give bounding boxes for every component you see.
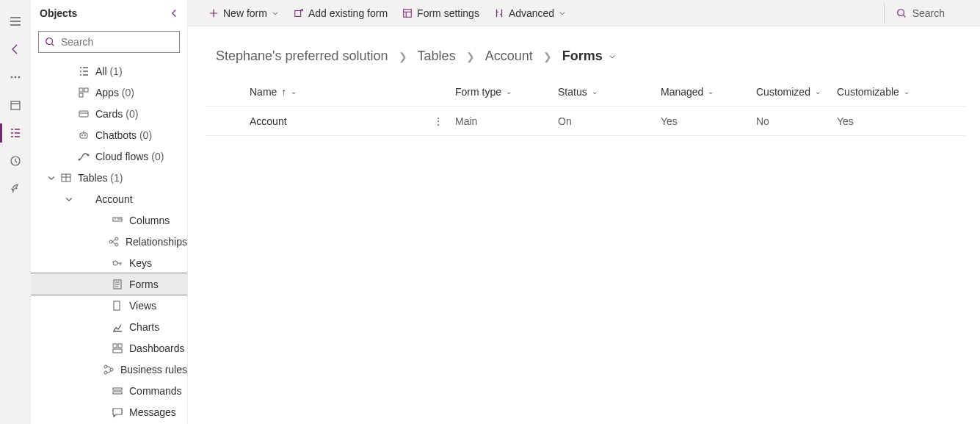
tree-item-label: Account bbox=[90, 193, 133, 205]
tree-item-label: Apps (0) bbox=[90, 87, 134, 98]
package-icon[interactable] bbox=[0, 91, 31, 119]
tree-item-label: Keys bbox=[123, 257, 152, 269]
svg-rect-3 bbox=[11, 101, 20, 109]
tree-item-chatbots[interactable]: Chatbots (0) bbox=[31, 124, 187, 145]
view-icon bbox=[112, 300, 123, 312]
tree-item-dashboards[interactable]: Dashboards bbox=[31, 337, 187, 359]
svg-point-1 bbox=[14, 76, 16, 79]
tree-item-all[interactable]: All (1) bbox=[31, 60, 187, 82]
publish-icon[interactable] bbox=[0, 175, 31, 203]
add-existing-form-button[interactable]: Add existing form bbox=[286, 0, 395, 26]
row-customized: No bbox=[756, 115, 837, 127]
svg-rect-29 bbox=[113, 388, 122, 390]
tree-item-forms[interactable]: Forms bbox=[31, 273, 187, 295]
tree-item-label: Tables (1) bbox=[72, 172, 123, 184]
breadcrumb-entity[interactable]: Account bbox=[485, 48, 533, 64]
col-managed[interactable]: Managed ⌄ bbox=[661, 86, 756, 98]
form-settings-icon bbox=[402, 8, 413, 18]
history-icon[interactable] bbox=[0, 147, 31, 175]
col-status[interactable]: Status ⌄ bbox=[558, 86, 661, 98]
tree-item-messages[interactable]: Messages bbox=[31, 401, 187, 423]
tree-item-cloud-flows[interactable]: Cloud flows (0) bbox=[31, 145, 187, 167]
row-name: Account bbox=[250, 115, 287, 127]
chevron-down-icon bbox=[609, 53, 616, 60]
tree-item-relationships[interactable]: Relationships bbox=[31, 231, 187, 252]
chevron-down-icon bbox=[559, 10, 566, 17]
forms-grid: Name ↑ ⌄ Form type ⌄ Status ⌄ Managed ⌄ bbox=[206, 77, 965, 136]
column-icon bbox=[112, 215, 123, 226]
form-settings-label: Form settings bbox=[417, 7, 479, 19]
chevron-down-icon: ⌄ bbox=[904, 87, 910, 96]
global-search[interactable]: Search bbox=[888, 7, 974, 19]
chart-icon bbox=[112, 321, 123, 333]
grid-header-row: Name ↑ ⌄ Form type ⌄ Status ⌄ Managed ⌄ bbox=[206, 77, 965, 107]
svg-point-27 bbox=[104, 371, 107, 374]
col-formtype[interactable]: Form type ⌄ bbox=[455, 86, 558, 98]
breadcrumb-current[interactable]: Forms bbox=[562, 48, 616, 64]
tree-item-commands[interactable]: Commands bbox=[31, 380, 187, 401]
tree-item-business-rules[interactable]: Business rules bbox=[31, 359, 187, 380]
svg-point-20 bbox=[113, 261, 117, 265]
tree-item-label: Business rules bbox=[115, 364, 187, 376]
svg-point-11 bbox=[81, 134, 83, 136]
tree-item-label: Views bbox=[123, 300, 156, 312]
col-customizable[interactable]: Customizable ⌄ bbox=[837, 86, 925, 98]
tree-item-label: Columns bbox=[123, 215, 170, 226]
svg-rect-9 bbox=[79, 111, 88, 117]
table-row[interactable]: Account⋮MainOnYesNoYes bbox=[206, 107, 965, 136]
tree-item-account[interactable]: Account bbox=[31, 188, 187, 209]
tree-item-keys[interactable]: Keys bbox=[31, 252, 187, 273]
svg-point-17 bbox=[109, 240, 112, 243]
svg-rect-31 bbox=[295, 10, 301, 16]
form-settings-button[interactable]: Form settings bbox=[395, 0, 487, 26]
add-existing-icon bbox=[294, 8, 304, 18]
more-icon[interactable] bbox=[0, 63, 31, 91]
svg-rect-22 bbox=[114, 301, 120, 310]
tree-item-apps[interactable]: Apps (0) bbox=[31, 82, 187, 103]
objects-search-box[interactable] bbox=[38, 31, 180, 53]
advanced-button[interactable]: Advanced bbox=[487, 0, 573, 26]
col-name[interactable]: Name ↑ ⌄ bbox=[250, 86, 455, 98]
svg-rect-24 bbox=[118, 344, 122, 348]
hamburger-icon[interactable] bbox=[0, 7, 31, 35]
add-existing-label: Add existing form bbox=[308, 7, 388, 19]
svg-point-13 bbox=[79, 158, 81, 160]
tree-item-label: Cards (0) bbox=[90, 108, 138, 120]
flow-icon bbox=[78, 151, 90, 162]
breadcrumb-solution[interactable]: Stephane's preferred solution bbox=[216, 48, 388, 64]
new-form-button[interactable]: New form bbox=[201, 0, 286, 26]
sort-asc-icon: ↑ bbox=[281, 86, 286, 98]
command-bar: New form Add existing form Form settings… bbox=[188, 0, 980, 26]
row-customizable: Yes bbox=[837, 115, 925, 127]
chevron-down-icon[interactable] bbox=[60, 195, 78, 204]
tree-item-label: Cloud flows (0) bbox=[90, 151, 164, 162]
key-icon bbox=[112, 257, 123, 269]
command-icon bbox=[112, 385, 123, 397]
bot-icon bbox=[78, 129, 90, 141]
tree-item-views[interactable]: Views bbox=[31, 295, 187, 316]
breadcrumb-tables[interactable]: Tables bbox=[418, 48, 456, 64]
collapse-panel-icon[interactable] bbox=[170, 9, 178, 18]
svg-rect-32 bbox=[404, 9, 412, 17]
chevron-down-icon[interactable] bbox=[43, 173, 60, 182]
card-icon bbox=[78, 108, 90, 120]
chevron-right-icon: ❯ bbox=[543, 51, 552, 62]
table-icon bbox=[60, 172, 72, 184]
rules-icon bbox=[103, 364, 115, 376]
tree-item-charts[interactable]: Charts bbox=[31, 316, 187, 337]
tree-item-tables[interactable]: Tables (1) bbox=[31, 167, 187, 188]
col-customized[interactable]: Customized ⌄ bbox=[756, 86, 837, 98]
tree-item-cards[interactable]: Cards (0) bbox=[31, 103, 187, 124]
chevron-down-icon: ⌄ bbox=[592, 87, 598, 96]
objects-search-input[interactable] bbox=[59, 35, 191, 48]
back-icon[interactable] bbox=[0, 35, 31, 63]
message-icon bbox=[112, 406, 123, 418]
tree-item-label: Charts bbox=[123, 321, 159, 333]
relationship-icon bbox=[108, 236, 120, 248]
row-menu-icon[interactable]: ⋮ bbox=[433, 115, 443, 127]
tree-item-label: Forms bbox=[123, 279, 159, 290]
tree-view-icon[interactable] bbox=[0, 119, 31, 147]
tree-item-label: Relationships bbox=[120, 236, 187, 248]
new-form-label: New form bbox=[223, 7, 267, 19]
tree-item-columns[interactable]: Columns bbox=[31, 209, 187, 231]
